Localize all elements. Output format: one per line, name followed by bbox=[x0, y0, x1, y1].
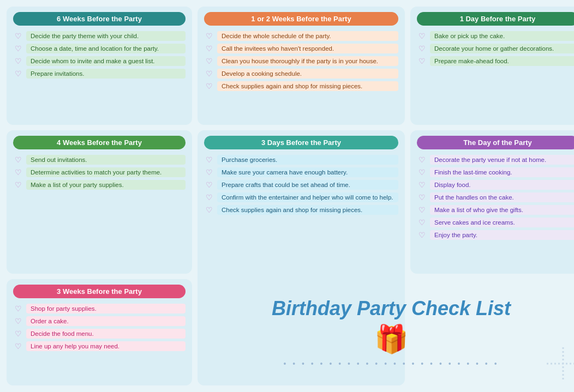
checkbox-27[interactable]: ♡ bbox=[417, 230, 427, 240]
item-text: Display food. bbox=[430, 180, 574, 190]
checkbox-2[interactable]: ♡ bbox=[13, 44, 23, 53]
item-text: Prepare invitations. bbox=[26, 69, 186, 79]
list-item: ♡ Shop for party supplies. bbox=[13, 304, 186, 313]
section-1day-title: 1 Day Before the Party bbox=[417, 12, 574, 26]
section-3weeks-title: 3 Weeks Before the Party bbox=[13, 285, 186, 298]
main-grid: 6 Weeks Before the Party ♡ Decide the pa… bbox=[0, 0, 574, 392]
list-item: ♡ Line up any help you may need. bbox=[13, 341, 186, 351]
section-6weeks: 6 Weeks Before the Party ♡ Decide the pa… bbox=[7, 7, 192, 125]
list-item: ♡ Decide the whole schedule of the party… bbox=[204, 31, 398, 41]
checkbox-18[interactable]: ♡ bbox=[204, 180, 214, 190]
list-item: ♡ Decorate your home or gather decoratio… bbox=[417, 44, 574, 53]
page-title: Birthday Party Check List bbox=[272, 297, 511, 320]
section-12weeks-title: 1 or 2 Weeks Before the Party bbox=[204, 12, 398, 26]
section-4weeks-title: 4 Weeks Before the Party bbox=[13, 136, 186, 149]
checkbox-9[interactable]: ♡ bbox=[204, 81, 214, 91]
bottom-title-area: Birthday Party Check List 🎁 • • • • • • … bbox=[198, 279, 574, 385]
section-1day: 1 Day Before the Party ♡ Bake or pick up… bbox=[410, 7, 574, 125]
list-item: ♡ Prepare invitations. bbox=[13, 69, 186, 79]
list-item: ♡ Make a list of who give the gifts. bbox=[417, 205, 574, 215]
checkbox-11[interactable]: ♡ bbox=[417, 44, 427, 53]
list-item: ♡ Decide the party theme with your child… bbox=[13, 31, 186, 41]
list-item: ♡ Display food. bbox=[417, 180, 574, 190]
checkbox-22[interactable]: ♡ bbox=[417, 167, 427, 177]
checkbox-15[interactable]: ♡ bbox=[13, 180, 23, 190]
list-item: ♡ Prepare crafts that could be set ahead… bbox=[204, 180, 398, 190]
checkbox-20[interactable]: ♡ bbox=[204, 205, 214, 215]
checkbox-25[interactable]: ♡ bbox=[417, 205, 427, 215]
item-text: Decorate the party venue if not at home. bbox=[430, 155, 574, 165]
dots-decoration: • • • • • • • • • • • • • • • • • • • • … bbox=[283, 359, 499, 368]
item-text: Order a cake. bbox=[26, 316, 186, 326]
section-12weeks: 1 or 2 Weeks Before the Party ♡ Decide t… bbox=[198, 7, 405, 125]
item-text: Serve cakes and ice creams. bbox=[430, 218, 574, 227]
checkbox-23[interactable]: ♡ bbox=[417, 180, 427, 190]
item-text: Prepare crafts that could be set ahead o… bbox=[217, 180, 398, 190]
list-item: ♡ Confirm with the entertainer and helpe… bbox=[204, 192, 398, 202]
checkbox-5[interactable]: ♡ bbox=[204, 31, 214, 41]
item-text: Line up any help you may need. bbox=[26, 341, 186, 351]
checkbox-4[interactable]: ♡ bbox=[13, 69, 23, 79]
item-text: Decorate your home or gather decorations… bbox=[430, 44, 574, 53]
checkbox-30[interactable]: ♡ bbox=[13, 329, 23, 339]
item-text: Decide whom to invite and make a guest l… bbox=[26, 56, 186, 66]
section-dayof: The Day of the Party ♡ Decorate the part… bbox=[410, 130, 574, 274]
list-item: ♡ Bake or pick up the cake. bbox=[417, 31, 574, 41]
item-text: Check supplies again and shop for missin… bbox=[217, 81, 398, 91]
item-text: Shop for party supplies. bbox=[26, 304, 186, 313]
item-text: Develop a cooking schedule. bbox=[217, 69, 398, 79]
checkbox-14[interactable]: ♡ bbox=[13, 167, 23, 177]
checkbox-29[interactable]: ♡ bbox=[13, 316, 23, 326]
gift-icon: 🎁 bbox=[374, 323, 408, 355]
section-dayof-title: The Day of the Party bbox=[417, 136, 574, 149]
item-text: Determine activities to match your party… bbox=[26, 167, 186, 177]
item-text: Clean you house thoroughly if the party … bbox=[217, 56, 398, 66]
list-item: ♡ Make sure your camera have enough batt… bbox=[204, 167, 398, 177]
list-item: ♡ Decide whom to invite and make a guest… bbox=[13, 56, 186, 66]
list-item: ♡ Send out invitations. bbox=[13, 155, 186, 165]
item-text: Prepare make-ahead food. bbox=[430, 56, 574, 66]
item-text: Send out invitations. bbox=[26, 155, 186, 165]
item-text: Enjoy the party. bbox=[430, 230, 574, 240]
list-item: ♡ Check supplies again and shop for miss… bbox=[204, 81, 398, 91]
item-text: Make sure your camera have enough batter… bbox=[217, 167, 398, 177]
section-4weeks: 4 Weeks Before the Party ♡ Send out invi… bbox=[7, 130, 192, 274]
list-item: ♡ Determine activities to match your par… bbox=[13, 167, 186, 177]
list-item: ♡ Choose a date, time and location for t… bbox=[13, 44, 186, 53]
item-text: Call the invitees who haven't responded. bbox=[217, 44, 398, 53]
checkbox-6[interactable]: ♡ bbox=[204, 44, 214, 53]
checkbox-10[interactable]: ♡ bbox=[417, 31, 427, 41]
checkbox-31[interactable]: ♡ bbox=[13, 341, 23, 351]
checkbox-16[interactable]: ♡ bbox=[204, 155, 214, 165]
list-item: ♡ Make a list of your party supplies. bbox=[13, 180, 186, 190]
checkbox-28[interactable]: ♡ bbox=[13, 304, 23, 313]
checkbox-13[interactable]: ♡ bbox=[13, 155, 23, 165]
checkbox-8[interactable]: ♡ bbox=[204, 69, 214, 79]
checkbox-1[interactable]: ♡ bbox=[13, 31, 23, 41]
list-item: ♡ Clean you house thoroughly if the part… bbox=[204, 56, 398, 66]
list-item: ♡ Call the invitees who haven't responde… bbox=[204, 44, 398, 53]
item-text: Bake or pick up the cake. bbox=[430, 31, 574, 41]
list-item: ♡ Develop a cooking schedule. bbox=[204, 69, 398, 79]
item-text: Decide the party theme with your child. bbox=[26, 31, 186, 41]
list-item: ♡ Finish the last-time cooking. bbox=[417, 167, 574, 177]
item-text: Confirm with the entertainer and helper … bbox=[217, 192, 398, 202]
list-item: ♡ Serve cakes and ice creams. bbox=[417, 218, 574, 227]
checkbox-26[interactable]: ♡ bbox=[417, 218, 427, 227]
list-item: ♡ Prepare make-ahead food. bbox=[417, 56, 574, 66]
checkbox-21[interactable]: ♡ bbox=[417, 155, 427, 165]
checkbox-17[interactable]: ♡ bbox=[204, 167, 214, 177]
item-text: Decide the whole schedule of the party. bbox=[217, 31, 398, 41]
checkbox-7[interactable]: ♡ bbox=[204, 56, 214, 66]
section-3days-title: 3 Days Before the Party bbox=[204, 136, 398, 149]
list-item: ♡ Order a cake. bbox=[13, 316, 186, 326]
item-text: Put the handles on the cake. bbox=[430, 192, 574, 202]
section-3weeks: 3 Weeks Before the Party ♡ Shop for part… bbox=[7, 279, 192, 385]
item-text: Make a list of your party supplies. bbox=[26, 180, 186, 190]
item-text: Finish the last-time cooking. bbox=[430, 167, 574, 177]
checkbox-3[interactable]: ♡ bbox=[13, 56, 23, 66]
list-item: ♡ Put the handles on the cake. bbox=[417, 192, 574, 202]
checkbox-12[interactable]: ♡ bbox=[417, 56, 427, 66]
checkbox-19[interactable]: ♡ bbox=[204, 192, 214, 202]
checkbox-24[interactable]: ♡ bbox=[417, 192, 427, 202]
